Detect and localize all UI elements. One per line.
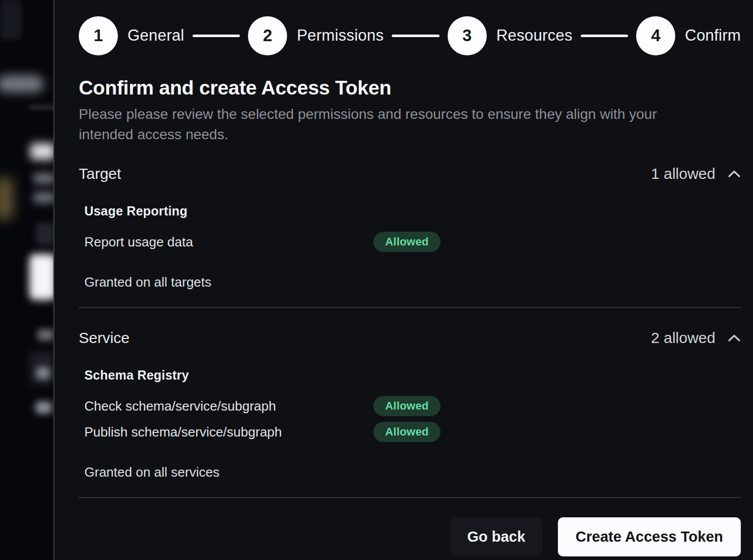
step-resources[interactable]: 3 Resources bbox=[448, 16, 573, 55]
chevron-up-icon bbox=[728, 334, 741, 342]
step-number-circle: 4 bbox=[636, 16, 675, 55]
background-blur-blob bbox=[0, 178, 13, 220]
allowed-count: 2 allowed bbox=[651, 329, 715, 347]
step-general[interactable]: 1 General bbox=[79, 16, 184, 55]
granted-note: Granted on all services bbox=[84, 464, 741, 480]
step-label: Confirm bbox=[685, 26, 741, 45]
section-toggle-service[interactable]: 2 allowed bbox=[651, 329, 741, 347]
section-header-target: Target 1 allowed bbox=[79, 165, 741, 182]
permission-row: Check schema/service/subgraph Allowed bbox=[84, 396, 741, 416]
permission-group-heading: Usage Reporting bbox=[84, 204, 741, 219]
granted-note: Granted on all targets bbox=[84, 274, 741, 290]
permission-label: Report usage data bbox=[84, 234, 373, 250]
modal-footer: Go back Create Access Token bbox=[79, 517, 741, 556]
chevron-up-icon bbox=[728, 170, 741, 178]
status-badge-allowed: Allowed bbox=[373, 232, 441, 252]
step-number-circle: 1 bbox=[79, 16, 118, 55]
permission-group-heading: Schema Registry bbox=[84, 368, 741, 383]
background-blur-box bbox=[36, 223, 55, 245]
step-label: General bbox=[128, 26, 184, 45]
status-badge-allowed: Allowed bbox=[373, 396, 441, 416]
section-header-service: Service 2 allowed bbox=[79, 329, 741, 347]
permission-row: Report usage data Allowed bbox=[84, 232, 741, 252]
page-title: Confirm and create Access Token bbox=[79, 77, 741, 99]
step-confirm[interactable]: 4 Confirm bbox=[636, 16, 741, 55]
go-back-button[interactable]: Go back bbox=[450, 517, 542, 556]
step-label: Permissions bbox=[297, 26, 384, 45]
step-permissions[interactable]: 2 Permissions bbox=[248, 16, 384, 55]
section-name: Service bbox=[79, 329, 130, 347]
section-toggle-target[interactable]: 1 allowed bbox=[651, 165, 741, 182]
create-access-token-button[interactable]: Create Access Token bbox=[558, 517, 741, 556]
wizard-stepper: 1 General 2 Permissions 3 Resources 4 Co… bbox=[79, 16, 741, 55]
section-divider bbox=[79, 307, 741, 308]
page-subtitle: Please please review the selected permis… bbox=[79, 104, 709, 145]
background-blur-text bbox=[30, 143, 55, 160]
background-blur-text bbox=[34, 192, 55, 203]
permission-row: Publish schema/service/subgraph Allowed bbox=[84, 422, 741, 442]
step-number-circle: 3 bbox=[448, 16, 487, 55]
permission-label: Check schema/service/subgraph bbox=[84, 398, 373, 414]
allowed-count: 1 allowed bbox=[651, 165, 715, 182]
background-blur-text bbox=[37, 367, 50, 379]
background-blur-nav-item bbox=[0, 75, 44, 92]
footer-divider bbox=[79, 497, 741, 498]
step-connector bbox=[193, 35, 240, 37]
background-blur-text bbox=[34, 173, 55, 184]
step-number-circle: 2 bbox=[248, 16, 287, 55]
step-connector bbox=[392, 35, 439, 37]
permission-label: Publish schema/service/subgraph bbox=[84, 424, 373, 440]
step-connector bbox=[581, 35, 628, 37]
step-label: Resources bbox=[496, 26, 573, 45]
section-name: Target bbox=[79, 165, 121, 182]
create-access-token-modal: 1 General 2 Permissions 3 Resources 4 Co… bbox=[53, 0, 753, 560]
background-blur-text bbox=[36, 401, 52, 414]
background-blur-text bbox=[38, 329, 54, 340]
status-badge-allowed: Allowed bbox=[373, 422, 441, 442]
background-blur-card bbox=[0, 0, 22, 40]
background-blur-box bbox=[29, 254, 56, 300]
